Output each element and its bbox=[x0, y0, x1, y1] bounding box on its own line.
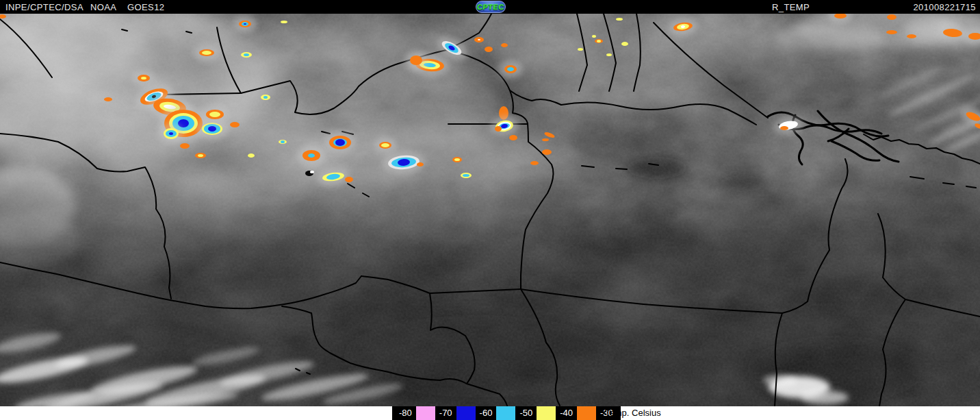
convection-cell bbox=[248, 153, 255, 158]
convection-cell bbox=[201, 105, 229, 124]
convection-cell bbox=[345, 177, 353, 182]
convection-cell bbox=[233, 16, 257, 32]
convection-cell bbox=[578, 48, 583, 51]
convection-cell bbox=[530, 161, 539, 165]
network-label: NOAA bbox=[90, 2, 116, 12]
convection-cell bbox=[461, 173, 472, 178]
convection-cell bbox=[621, 42, 628, 46]
satellite-label: GOES12 bbox=[127, 2, 164, 12]
convection-cell bbox=[132, 70, 155, 86]
convection-cell bbox=[279, 140, 287, 144]
legend-swatch bbox=[456, 406, 476, 420]
convection-cell bbox=[499, 60, 522, 78]
convection-cell bbox=[230, 122, 240, 127]
convection-cell bbox=[281, 21, 287, 23]
convection-cell bbox=[374, 137, 397, 153]
legend-label: -60 bbox=[480, 406, 493, 420]
convection-cell bbox=[886, 30, 897, 34]
convection-cell bbox=[595, 39, 603, 43]
satellite-image bbox=[0, 14, 980, 406]
legend-label: -80 bbox=[399, 406, 412, 420]
convection-cell bbox=[195, 153, 206, 158]
convection-cell bbox=[542, 138, 549, 141]
convection-cell bbox=[417, 162, 424, 166]
header-bar: INPE/CPTEC/DSA NOAA GOES12 CPTEC R_TEMP … bbox=[0, 0, 980, 14]
legend-swatch bbox=[577, 406, 596, 420]
footer-bar: -80-70-60-50-40-30 Temp. Celsius bbox=[0, 406, 980, 420]
convection-cell bbox=[542, 149, 552, 155]
convection-cell bbox=[404, 51, 428, 70]
product-label: R_TEMP bbox=[772, 2, 810, 12]
convection-cell bbox=[241, 52, 252, 58]
convection-cell bbox=[495, 126, 502, 132]
convection-cell bbox=[887, 14, 897, 20]
legend-label: -50 bbox=[519, 406, 532, 420]
legend-label: -70 bbox=[439, 406, 452, 420]
convection-cell bbox=[297, 145, 326, 166]
convection-cell bbox=[474, 37, 484, 42]
temperature-legend: -80-70-60-50-40-30 bbox=[392, 406, 621, 420]
convection-cell bbox=[261, 95, 270, 100]
legend-swatch bbox=[537, 406, 556, 420]
convection-cell bbox=[104, 97, 112, 101]
convection-cell bbox=[592, 35, 596, 38]
convection-cell bbox=[509, 135, 517, 140]
convection-cell bbox=[907, 34, 916, 38]
legend-label: -40 bbox=[560, 406, 573, 420]
convection-cell bbox=[606, 53, 612, 56]
convection-cell bbox=[780, 126, 788, 130]
timestamp-label: 201008221715 bbox=[913, 2, 976, 12]
legend-title: Temp. Celsius bbox=[605, 406, 661, 420]
convection-cell bbox=[501, 43, 508, 47]
satellite-product-page: INPE/CPTEC/DSA NOAA GOES12 CPTEC R_TEMP … bbox=[0, 0, 980, 420]
convection-cell bbox=[310, 171, 314, 173]
convection-cell bbox=[158, 123, 184, 144]
agency-label: INPE/CPTEC/DSA bbox=[5, 2, 83, 12]
convection-cell bbox=[324, 131, 357, 154]
convection-cell bbox=[616, 18, 623, 21]
convection-cell bbox=[452, 157, 462, 162]
convection-cell bbox=[194, 45, 220, 61]
legend-swatch bbox=[416, 406, 435, 420]
cptec-logo-text: CPTEC bbox=[476, 3, 504, 11]
convection-cell bbox=[485, 47, 493, 52]
cptec-logo: CPTEC bbox=[476, 1, 506, 13]
convection-cell bbox=[180, 143, 190, 149]
legend-swatch bbox=[496, 406, 515, 420]
